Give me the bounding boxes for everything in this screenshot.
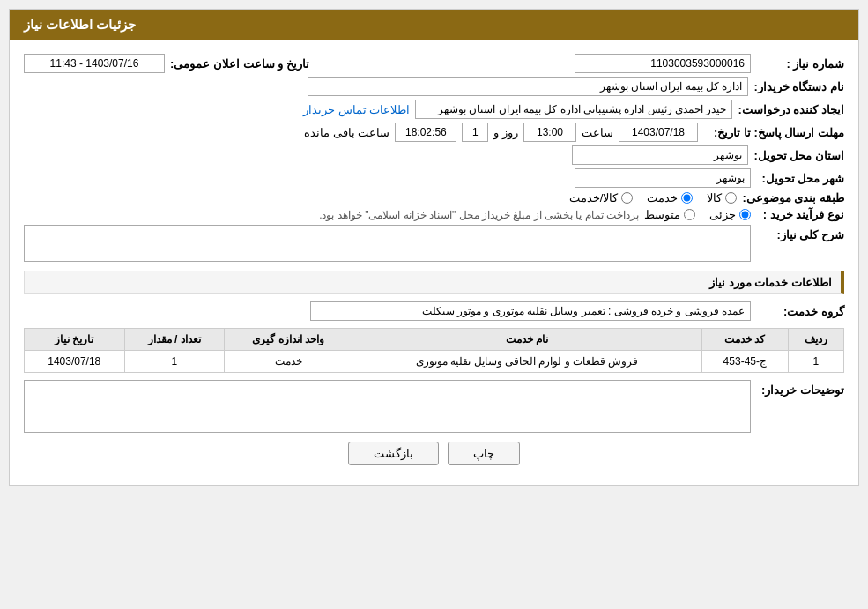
col-radif: ردیف <box>788 329 843 351</box>
noee-label: نوع فرآیند خرید : <box>756 208 844 221</box>
col-count: تعداد / مقدار <box>124 329 224 351</box>
radio-jozi-label: جزئی <box>709 208 736 221</box>
services-table: ردیف کد خدمت نام خدمت واحد اندازه گیری ت… <box>24 328 844 373</box>
description-value <box>24 380 751 433</box>
cell-code: ج-45-453 <box>701 351 788 373</box>
radio-kala-label: کالا <box>707 191 722 204</box>
cell-unit: خدمت <box>224 351 352 373</box>
contact-link[interactable]: اطلاعات تماس خریدار <box>303 103 410 116</box>
dastgah-value: اداره کل بیمه ایران استان بوشهر <box>308 77 748 96</box>
remaining-label: ساعت باقی مانده <box>304 126 389 139</box>
group-label: گروه خدمت: <box>756 305 844 318</box>
noee-radio-group: جزئی متوسط <box>644 208 751 221</box>
ostan-value: بوشهر <box>572 145 748 165</box>
radio-kala-khedmat-label: کالا/خدمت <box>569 191 619 204</box>
col-code: کد خدمت <box>701 329 788 351</box>
col-unit: واحد اندازه گیری <box>224 329 352 351</box>
radio-jozi-input[interactable] <box>739 209 751 220</box>
creator-label: ایجاد کننده درخواست: <box>738 103 844 116</box>
tabaqe-label: طبقه بندی موضوعی: <box>742 191 844 204</box>
remaining-value: 18:02:56 <box>395 123 456 142</box>
mohlat-date: 1403/07/18 <box>619 123 698 142</box>
cell-radif: 1 <box>788 351 843 373</box>
radio-jozi[interactable]: جزئی <box>709 208 751 221</box>
back-button[interactable]: بازگشت <box>348 442 439 465</box>
radio-khedmat[interactable]: خدمت <box>647 191 693 204</box>
radio-khedmat-label: خدمت <box>647 191 678 204</box>
radio-motawaset-input[interactable] <box>684 209 695 220</box>
cell-count: 1 <box>124 351 224 373</box>
shahr-label: شهر محل تحویل: <box>756 172 844 185</box>
print-button[interactable]: چاپ <box>448 442 520 465</box>
ostan-label: استان محل تحویل: <box>753 149 844 162</box>
page-title: جزئیات اطلاعات نیاز <box>24 17 136 32</box>
tarikh-value: 1403/07/16 - 11:43 <box>24 54 165 73</box>
sharh-label: شرح کلی نیاز: <box>756 228 844 241</box>
radio-motawaset[interactable]: متوسط <box>644 208 695 221</box>
rooz-value: 1 <box>462 123 488 142</box>
shomara-label: شماره نیاز : <box>756 57 844 71</box>
tabaqe-radio-group: کالا خدمت کالا/خدمت <box>569 191 738 204</box>
creator-value: حیدر احمدی رئیس اداره پشتیبانی اداره کل … <box>415 100 732 119</box>
mohlat-label: مهلت ارسال پاسخ: تا تاریخ: <box>703 126 844 139</box>
page-header: جزئیات اطلاعات نیاز <box>10 10 858 40</box>
col-date: تاریخ نیاز <box>25 329 125 351</box>
radio-kala-input[interactable] <box>725 192 737 204</box>
shomara-value: 1103003593000016 <box>575 54 751 73</box>
radio-kala-khedmat-input[interactable] <box>621 192 633 204</box>
sharh-value <box>24 225 751 262</box>
cell-date: 1403/07/18 <box>25 351 125 373</box>
button-row: چاپ بازگشت <box>24 442 844 465</box>
note-text: پرداخت تمام یا بخشی از مبلغ خریداز محل "… <box>319 209 639 221</box>
radio-kala-khedmat[interactable]: کالا/خدمت <box>569 191 634 204</box>
radio-kala[interactable]: کالا <box>707 191 737 204</box>
desc-label: توضیحات خریدار: <box>756 383 844 397</box>
services-section-title: اطلاعات خدمات مورد نیاز <box>24 271 844 294</box>
shahr-value: بوشهر <box>575 168 751 188</box>
cell-name: فروش قطعات و لوازم الحاقی وسایل نقلیه مو… <box>352 351 702 373</box>
radio-khedmat-input[interactable] <box>681 192 693 204</box>
tarikh-label: تاریخ و ساعت اعلان عمومی: <box>170 57 309 71</box>
saat-label: ساعت <box>582 126 613 139</box>
radio-motawaset-label: متوسط <box>644 208 680 221</box>
group-value: عمده فروشی و خرده فروشی : تعمیر وسایل نق… <box>310 301 751 321</box>
rooz-label: روز و <box>493 126 518 139</box>
col-name: نام خدمت <box>352 329 702 351</box>
table-row: 1 ج-45-453 فروش قطعات و لوازم الحاقی وسا… <box>25 351 844 373</box>
saat-value: 13:00 <box>523 123 576 142</box>
dastgah-label: نام دستگاه خریدار: <box>753 80 844 93</box>
